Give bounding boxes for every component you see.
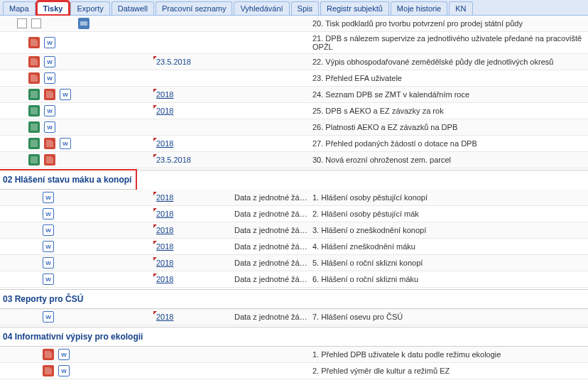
xls-icon[interactable] — [28, 154, 40, 166]
word-icon[interactable] — [43, 192, 54, 203]
date-cell[interactable]: 2018 — [156, 139, 234, 148]
desc-cell: 20. Tisk podkladů pro tvorbu potvrzení p… — [312, 19, 588, 28]
icon-group — [0, 18, 156, 29]
table-row: 2. Přehled výměr dle kultur a režimů EZ — [0, 363, 588, 379]
table-row: 2018Data z jednotné žá…4. Hlášení zneško… — [0, 239, 588, 255]
year-link: 2018 — [156, 139, 173, 148]
word-icon[interactable] — [58, 349, 70, 360]
section-04-header[interactable]: 04 Informativní výpisy pro ekologii — [0, 327, 588, 347]
table-row: 2018Data z jednotné žá…2. Hlášení osoby … — [0, 206, 588, 222]
word-icon[interactable] — [43, 273, 54, 285]
tab-pracovni-seznamy[interactable]: Pracovní seznamy — [156, 1, 232, 15]
icon-group — [0, 273, 156, 285]
icon-group — [0, 105, 156, 116]
pdf-icon[interactable] — [44, 89, 55, 100]
word-icon[interactable] — [58, 365, 70, 376]
word-icon[interactable] — [43, 311, 54, 322]
table-row: 2018 27. Přehled podaných žádostí o dota… — [0, 136, 588, 152]
desc-cell: 1. Přehled DPB uživatele k datu podle re… — [312, 350, 588, 359]
tab-mapa[interactable]: Mapa — [3, 1, 36, 15]
date-cell[interactable]: 2018 — [156, 90, 234, 99]
word-icon[interactable] — [60, 89, 71, 100]
table-row: 26. Platnosti AEKO a EZ závazků na DPB — [0, 119, 588, 136]
source-cell: Data z jednotné žá… — [234, 275, 312, 283]
date-cell[interactable]: 2018 — [156, 107, 234, 115]
source-cell: Data z jednotné žá… — [234, 259, 312, 267]
desc-cell: 21. DPB s nálezem supervize za jednotliv… — [312, 34, 588, 51]
tab-moje-historie[interactable]: Moje historie — [391, 1, 447, 15]
pdf-icon[interactable] — [28, 56, 40, 67]
pdf-icon[interactable] — [28, 37, 40, 48]
pdf-icon[interactable] — [43, 365, 54, 376]
date-cell: 23.5.2018 — [156, 58, 234, 66]
pdf-icon[interactable] — [44, 138, 55, 149]
icon-group — [0, 311, 156, 322]
table-row: 2018Data z jednotné žá…7. Hlášení osevu … — [0, 309, 588, 325]
word-icon[interactable] — [43, 224, 54, 236]
pdf-icon[interactable] — [28, 72, 40, 84]
desc-cell: 23. Přehled EFA uživatele — [312, 74, 588, 82]
xls-icon[interactable] — [28, 121, 40, 133]
year-link[interactable]: 2018 — [156, 193, 173, 202]
date-cell[interactable]: 2018 — [156, 313, 234, 321]
xls-icon[interactable] — [28, 89, 40, 100]
icon-group — [0, 365, 156, 376]
print-icon[interactable] — [78, 18, 89, 29]
year-link[interactable]: 2018 — [156, 313, 173, 321]
table-row: 1. Přehled DPB uživatele k datu podle re… — [0, 347, 588, 363]
section-02-header[interactable]: 02 Hlášení stavu máku a konopí — [0, 170, 136, 190]
word-icon[interactable] — [44, 56, 55, 67]
content-area: 20. Tisk podkladů pro tvorbu potvrzení p… — [0, 16, 588, 379]
year-link[interactable]: 2018 — [156, 242, 173, 251]
date-cell[interactable]: 2018 — [156, 259, 234, 267]
table-row: 20. Tisk podkladů pro tvorbu potvrzení p… — [0, 16, 588, 32]
year-link[interactable]: 2018 — [156, 275, 173, 283]
source-cell: Data z jednotné žá… — [234, 226, 312, 234]
icon-group — [0, 89, 156, 100]
year-link[interactable]: 2018 — [156, 226, 173, 234]
section-03-header[interactable]: 03 Reporty pro ČSÚ — [0, 290, 588, 309]
word-icon[interactable] — [60, 138, 71, 149]
icon-group — [0, 257, 156, 269]
tab-registr-subjektu[interactable]: Registr subjektů — [320, 1, 389, 15]
desc-cell: 24. Seznam DPB se ZMT v kalendářním roce — [312, 90, 588, 99]
icon-group — [0, 208, 156, 219]
word-icon[interactable] — [44, 121, 55, 133]
pdf-icon[interactable] — [43, 349, 54, 360]
desc-cell: 26. Platnosti AEKO a EZ závazků na DPB — [312, 123, 588, 131]
word-icon[interactable] — [44, 37, 55, 48]
date-cell[interactable]: 2018 — [156, 242, 234, 251]
source-cell: Data z jednotné žá… — [234, 193, 312, 202]
date-cell[interactable]: 2018 — [156, 275, 234, 283]
placeholder-icon — [31, 18, 41, 28]
tab-kn[interactable]: KN — [449, 1, 472, 15]
icon-group — [0, 72, 156, 84]
word-icon[interactable] — [44, 72, 55, 84]
date-cell[interactable]: 2018 — [156, 210, 234, 218]
xls-icon[interactable] — [28, 138, 40, 149]
pdf-icon[interactable] — [44, 154, 55, 166]
xls-icon[interactable] — [28, 105, 40, 116]
date-cell[interactable]: 2018 — [156, 193, 234, 202]
word-icon[interactable] — [43, 208, 54, 219]
tab-tisky[interactable]: Tisky — [37, 1, 70, 15]
source-cell: Data z jednotné žá… — [234, 313, 312, 321]
tab-vyhledavani[interactable]: Vyhledávání — [234, 1, 289, 15]
icon-group — [0, 224, 156, 236]
desc-cell: 25. DPB s AEKO a EZ závazky za rok — [312, 107, 588, 115]
word-icon[interactable] — [44, 105, 55, 116]
icon-group — [0, 349, 156, 360]
tab-datawell[interactable]: Datawell — [111, 1, 154, 15]
word-icon[interactable] — [43, 241, 54, 252]
table-row: 2018Data z jednotné žá…3. Hlášení o zneš… — [0, 222, 588, 239]
table-row: 2018Data z jednotné žá…1. Hlášení osoby … — [0, 190, 588, 206]
word-icon[interactable] — [43, 257, 54, 269]
tab-spis[interactable]: Spis — [291, 1, 319, 15]
table-row: 23.5.2018 30. Nová erozní ohroženost zem… — [0, 152, 588, 168]
table-row: 2018 25. DPB s AEKO a EZ závazky za rok — [0, 103, 588, 119]
tab-exporty[interactable]: Exporty — [70, 1, 109, 15]
year-link[interactable]: 2018 — [156, 259, 173, 267]
year-link[interactable]: 2018 — [156, 210, 173, 218]
date-cell[interactable]: 2018 — [156, 226, 234, 234]
desc-cell: 2. Přehled výměr dle kultur a režimů EZ — [312, 367, 588, 375]
